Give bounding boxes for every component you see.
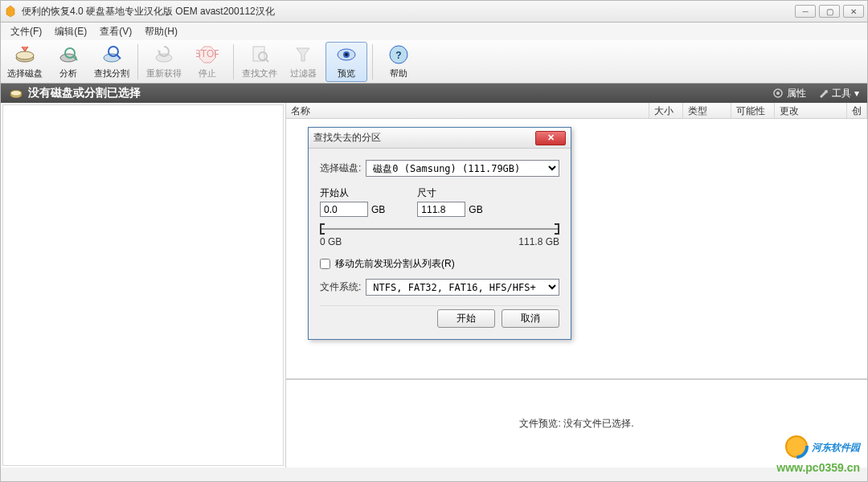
help-icon: ? xyxy=(387,43,410,66)
stop-icon: STOP xyxy=(196,43,219,66)
status-bar: 没有磁盘或分割已选择 属性 工具▾ xyxy=(0,84,868,103)
svg-point-21 xyxy=(10,91,22,96)
menu-view[interactable]: 查看(V) xyxy=(93,23,138,40)
tool-find-partition-label: 查找分割 xyxy=(94,67,129,80)
tool-analyze[interactable]: 分析 xyxy=(47,42,89,82)
tool-select-disk[interactable]: 选择磁盘 xyxy=(4,42,46,82)
preview-text: 文件预览: 没有文件已选择. xyxy=(519,417,633,431)
tool-filter[interactable]: 过滤器 xyxy=(282,42,324,82)
list-header: 名称 大小 类型 可能性 更改 创造的 xyxy=(286,103,867,119)
left-tree-pane xyxy=(1,103,286,468)
tree-view[interactable] xyxy=(2,104,284,466)
disk-icon xyxy=(14,43,36,66)
tool-preview[interactable]: 预览 xyxy=(326,42,367,82)
svg-point-17 xyxy=(345,53,348,56)
cancel-button[interactable]: 取消 xyxy=(502,309,559,328)
window-title: 便利的恢复4.0 硬盘基地专业汉化版 OEM avast200112汉化 xyxy=(22,5,795,18)
move-previous-label: 移动先前发现分割从列表(R) xyxy=(335,257,455,271)
maximize-button[interactable]: ▢ xyxy=(819,5,840,18)
col-created[interactable]: 创造的 xyxy=(847,103,867,118)
slider-min-label: 0 GB xyxy=(320,236,342,247)
toolbar: 选择磁盘 分析 查找分割 重新获得 STOP 停止 查找文件 过滤器 预览 ? … xyxy=(0,40,868,84)
dialog-close-button[interactable]: ✕ xyxy=(535,131,566,145)
menu-edit[interactable]: 编辑(E) xyxy=(48,23,93,40)
start-from-label: 开始从 xyxy=(320,186,385,200)
filesystem-select[interactable]: NTFS, FAT32, FAT16, HFS/HFS+ xyxy=(366,279,559,296)
tool-stop-label: 停止 xyxy=(199,67,216,80)
toolbar-separator-2 xyxy=(233,44,234,80)
svg-text:STOP: STOP xyxy=(196,48,219,59)
preview-icon xyxy=(335,43,358,66)
tool-reget[interactable]: 重新获得 xyxy=(143,42,185,82)
menubar: 文件(F) 编辑(E) 查看(V) 帮助(H) xyxy=(0,22,868,40)
app-icon xyxy=(4,5,17,18)
dialog-titlebar[interactable]: 查找失去的分区 ✕ xyxy=(309,128,571,149)
size-value-input[interactable] xyxy=(417,202,465,217)
move-previous-checkbox[interactable] xyxy=(320,259,330,269)
size-unit: GB xyxy=(469,204,482,215)
menu-file[interactable]: 文件(F) xyxy=(4,23,48,40)
tool-help-label: 帮助 xyxy=(390,67,407,80)
menu-help[interactable]: 帮助(H) xyxy=(138,23,184,40)
svg-line-14 xyxy=(265,59,268,62)
wrench-icon xyxy=(817,88,829,99)
range-slider[interactable]: 0 GB 111.8 GB xyxy=(320,223,559,247)
find-lost-partition-dialog: 查找失去的分区 ✕ 选择磁盘: 磁盘0 (Samsung) (111.79GB)… xyxy=(308,127,571,340)
start-unit: GB xyxy=(371,204,385,215)
filter-icon xyxy=(292,43,314,66)
tool-reget-label: 重新获得 xyxy=(146,67,182,80)
select-disk-label: 选择磁盘: xyxy=(320,161,361,175)
tool-stop[interactable]: STOP 停止 xyxy=(186,42,228,82)
col-type[interactable]: 类型 xyxy=(683,103,731,118)
tool-find-partition[interactable]: 查找分割 xyxy=(91,42,133,82)
dialog-body: 选择磁盘: 磁盘0 (Samsung) (111.79GB) 开始从 GB 尺寸… xyxy=(309,149,571,339)
toolbar-separator-3 xyxy=(372,44,373,80)
find-partition-icon xyxy=(100,43,123,66)
start-value-input[interactable] xyxy=(320,202,368,217)
status-disk-icon xyxy=(9,86,23,100)
col-name[interactable]: 名称 xyxy=(286,103,649,118)
bottom-statusbar xyxy=(0,468,868,482)
status-props-label: 属性 xyxy=(787,87,806,100)
col-size[interactable]: 大小 xyxy=(649,103,683,118)
filesystem-label: 文件系统: xyxy=(320,280,361,294)
status-props[interactable]: 属性 xyxy=(772,87,806,100)
window-controls: ─ ▢ ✕ xyxy=(795,5,864,18)
toolbar-separator xyxy=(137,44,138,80)
tool-find-file[interactable]: 查找文件 xyxy=(239,42,280,82)
gear-icon xyxy=(772,88,784,99)
svg-point-23 xyxy=(776,92,780,95)
tool-preview-label: 预览 xyxy=(338,67,355,80)
start-button[interactable]: 开始 xyxy=(437,309,495,328)
tool-select-disk-label: 选择磁盘 xyxy=(7,67,43,80)
preview-pane: 文件预览: 没有文件已选择. xyxy=(286,379,867,468)
status-tools-label: 工具 xyxy=(832,87,851,100)
slider-max-label: 111.8 GB xyxy=(518,236,559,247)
analyze-icon xyxy=(57,43,80,66)
close-button[interactable]: ✕ xyxy=(843,5,864,18)
svg-point-8 xyxy=(156,54,172,62)
reget-icon xyxy=(153,43,175,66)
dialog-title: 查找失去的分区 xyxy=(313,131,535,145)
minimize-button[interactable]: ─ xyxy=(795,5,816,18)
tool-help[interactable]: ? 帮助 xyxy=(378,42,420,82)
disk-select[interactable]: 磁盘0 (Samsung) (111.79GB) xyxy=(366,160,559,177)
status-title: 没有磁盘或分割已选择 xyxy=(28,86,772,100)
tool-analyze-label: 分析 xyxy=(59,67,77,80)
find-file-icon xyxy=(248,43,271,66)
svg-point-1 xyxy=(16,51,34,59)
tool-find-file-label: 查找文件 xyxy=(242,67,277,80)
svg-text:?: ? xyxy=(395,50,401,61)
tool-filter-label: 过滤器 xyxy=(290,67,317,80)
window-titlebar: 便利的恢复4.0 硬盘基地专业汉化版 OEM avast200112汉化 ─ ▢… xyxy=(0,0,868,22)
col-modified[interactable]: 更改 xyxy=(775,103,847,118)
col-possibility[interactable]: 可能性 xyxy=(731,103,775,118)
size-label: 尺寸 xyxy=(417,186,482,200)
status-tools[interactable]: 工具▾ xyxy=(817,87,859,100)
